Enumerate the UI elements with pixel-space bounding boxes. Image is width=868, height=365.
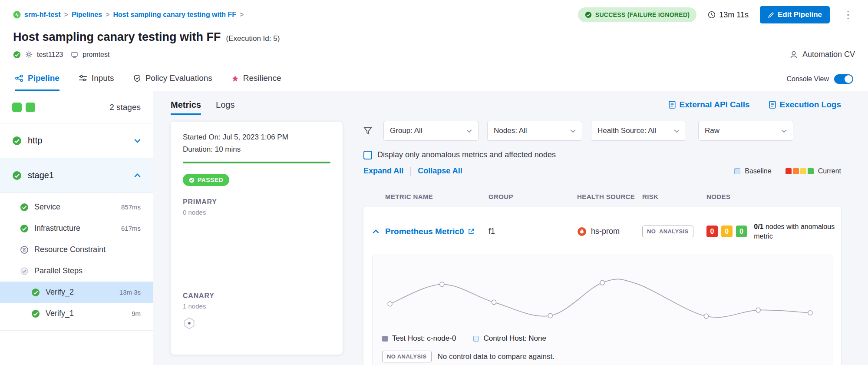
step-duration: 857ms [121, 203, 141, 211]
main-area: 2 stages http stage1 [0, 91, 868, 365]
logs-icon [769, 101, 776, 109]
stages-sidebar: 2 stages http stage1 [0, 91, 153, 365]
step-row-verify-1[interactable]: Verify_1 9m [0, 303, 153, 324]
analysis-message: No control data to compare against. [438, 352, 554, 361]
metric-chart[interactable] [382, 265, 822, 330]
tab-resilience[interactable]: Resilience [231, 67, 281, 91]
progress-bar [183, 162, 330, 163]
filter-funnel-icon[interactable] [363, 126, 372, 135]
stage-row-http[interactable]: http [0, 123, 153, 158]
control-host-label: Control Host: None [483, 334, 546, 343]
analysis-row: NO ANALYSIS No control data to compare a… [382, 351, 822, 362]
tab-policy-evaluations-label: Policy Evaluations [145, 73, 212, 83]
col-risk[interactable]: RISK [642, 193, 706, 200]
breadcrumb-project[interactable]: srm-hf-test [24, 11, 61, 19]
artifact-name[interactable]: promtest [83, 51, 109, 59]
prometheus-icon [577, 227, 587, 236]
metrics-table-header: METRIC NAME GROUP HEALTH SOURCE RISK NOD… [363, 193, 841, 200]
nodes-cell: 0 0 0 0/1 nodes with anomalous metric [706, 222, 841, 241]
console-view-control: Console View [786, 67, 853, 91]
expand-all-link[interactable]: Expand All [363, 166, 403, 176]
step-duration: 13m 3s [119, 289, 141, 296]
canary-node-hexagon-icon[interactable] [183, 317, 196, 330]
anomalous-checkbox[interactable] [363, 151, 372, 159]
metric-health-source: hs-prom [577, 227, 642, 236]
current-swatches [785, 168, 814, 174]
passed-badge-label: PASSED [198, 176, 223, 183]
panel-links: External API Calls Execution Logs [363, 100, 841, 110]
console-view-label: Console View [786, 75, 829, 83]
step-row-infrastructure[interactable]: Infrastructure 617ms [0, 218, 153, 239]
breadcrumb-pipeline-name[interactable]: Host sampling canary testing with FF [113, 11, 237, 19]
anomalous-text: nodes with anomalous metric [754, 223, 835, 240]
collapse-metric-chevron-icon[interactable] [363, 229, 385, 234]
edit-pipeline-label: Edit Pipeline [778, 10, 822, 19]
current-yellow-swatch [800, 168, 806, 174]
metric-name-label: Prometheus Metric0 [385, 227, 464, 236]
risk-badge: NO_ANALYSIS [642, 226, 693, 237]
sliders-icon [79, 75, 87, 82]
step-label: Resource Constraint [34, 245, 106, 254]
header-actions: SUCCESS (FAILURE IGNORED) 13m 11s Edit P… [578, 6, 855, 23]
edit-pipeline-button[interactable]: Edit Pipeline [760, 6, 830, 23]
page-title: Host sampling canary testing with FF [13, 30, 221, 44]
analysis-panel: External API Calls Execution Logs Group:… [352, 91, 868, 365]
nodes-filter-select[interactable]: Nodes: All [487, 121, 582, 141]
verify-summary-card: Started On: Jul 5, 2023 1:06 PM Duration… [171, 122, 343, 355]
metric-name-link[interactable]: Prometheus Metric0 [385, 227, 488, 236]
stage-row-stage1[interactable]: stage1 [0, 158, 153, 193]
current-label: Current [818, 167, 841, 175]
chart-point [600, 280, 604, 285]
test-host-legend: Test Host: c-node-0 [382, 334, 456, 343]
chevron-up-icon[interactable] [134, 173, 141, 178]
metric-chart-box: Test Host: c-node-0 Control Host: None N… [372, 255, 832, 365]
tab-metrics[interactable]: Metrics [171, 100, 201, 115]
health-source-filter-select[interactable]: Health Source: All [591, 121, 686, 141]
chart-point [704, 314, 708, 319]
step-list: Service 857ms Infrastructure 617ms Resou… [0, 193, 153, 331]
data-mode-select[interactable]: Raw [698, 121, 793, 141]
chevron-down-icon [466, 129, 472, 133]
group-filter-value: Group: All [390, 126, 422, 135]
canary-nodes: 1 nodes [183, 302, 330, 310]
canary-block: CANARY 1 nodes [183, 292, 330, 332]
console-view-toggle[interactable] [834, 74, 853, 84]
status-badge: SUCCESS (FAILURE IGNORED) [578, 7, 697, 22]
tab-inputs[interactable]: Inputs [79, 67, 114, 91]
col-nodes[interactable]: NODES [706, 193, 841, 200]
control-host-legend: Control Host: None [473, 334, 546, 343]
metric-row: Prometheus Metric0 f1 hs-prom NO_ANALYSI… [363, 222, 841, 243]
tab-logs[interactable]: Logs [216, 100, 234, 115]
external-api-calls-link[interactable]: External API Calls [669, 100, 750, 110]
tab-policy-evaluations[interactable]: Policy Evaluations [133, 67, 212, 91]
breadcrumb-pipelines[interactable]: Pipelines [72, 11, 102, 19]
status-badge-label: SUCCESS (FAILURE IGNORED) [595, 11, 690, 18]
expand-collapse-row: Expand All Collapse All Baseline Current [363, 166, 841, 176]
more-options-icon[interactable]: ⋮ [841, 9, 855, 21]
collapse-all-link[interactable]: Collapse All [418, 166, 462, 176]
anomalous-summary: 0/1 nodes with anomalous metric [754, 222, 841, 241]
step-row-verify-2[interactable]: Verify_2 13m 3s [0, 282, 153, 303]
stage-count: 2 stages [109, 103, 141, 112]
step-label: Infrastructure [34, 224, 80, 233]
col-metric-name[interactable]: METRIC NAME [385, 193, 488, 200]
col-group[interactable]: GROUP [488, 193, 577, 200]
success-check-icon [31, 288, 40, 297]
step-row-resource-constraint[interactable]: Resource Constraint [0, 239, 153, 260]
col-health-source[interactable]: HEALTH SOURCE [577, 193, 642, 200]
primary-nodes: 0 nodes [183, 209, 330, 216]
step-row-parallel-steps[interactable]: Parallel Steps [0, 260, 153, 282]
execution-logs-link[interactable]: Execution Logs [769, 100, 841, 110]
step-row-service[interactable]: Service 857ms [0, 196, 153, 218]
primary-label: PRIMARY [183, 198, 330, 206]
chart-color-legend: Baseline Current [734, 167, 841, 175]
group-filter-select[interactable]: Group: All [383, 121, 479, 141]
node-count-yellow: 0 [721, 226, 733, 237]
host-legend: Test Host: c-node-0 Control Host: None [382, 334, 822, 343]
success-check-icon [12, 136, 22, 146]
meta-row: test1123 promtest Automation CV [13, 50, 855, 67]
chevron-down-icon[interactable] [134, 139, 141, 143]
service-name[interactable]: test1123 [37, 51, 63, 59]
tab-pipeline[interactable]: Pipeline [15, 67, 59, 91]
chart-point [440, 282, 444, 287]
